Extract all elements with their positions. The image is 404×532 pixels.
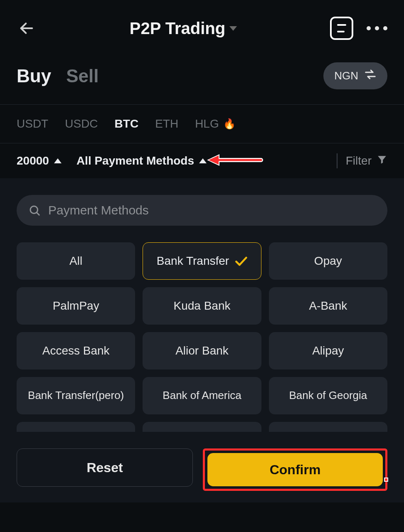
more-button[interactable] <box>367 26 387 30</box>
orders-button[interactable] <box>330 17 353 40</box>
check-icon <box>234 254 247 268</box>
back-button[interactable] <box>17 18 37 38</box>
payment-method-label: All Payment Methods <box>76 154 194 167</box>
search-payment-methods[interactable] <box>17 195 387 226</box>
coin-tab-eth[interactable]: ETH <box>155 117 178 131</box>
annotation-highlight: Confirm <box>203 448 387 491</box>
fire-icon: 🔥 <box>223 118 236 130</box>
reset-button[interactable]: Reset <box>17 448 193 487</box>
payment-method-filter[interactable]: All Payment Methods <box>76 154 207 167</box>
payment-method-option[interactable]: Alipay <box>269 332 387 369</box>
tab-sell[interactable]: Sell <box>66 66 99 86</box>
payment-method-option[interactable]: PalmPay <box>17 287 135 325</box>
divider <box>337 153 337 168</box>
payment-method-option[interactable]: A-Bank <box>269 287 387 325</box>
svg-marker-4 <box>209 155 219 165</box>
search-input[interactable] <box>48 203 376 217</box>
filter-button[interactable]: Filter <box>346 154 387 168</box>
coin-tab-usdt[interactable]: USDT <box>17 117 48 131</box>
payment-method-option[interactable] <box>269 422 387 432</box>
payment-method-option[interactable]: Alior Bank <box>143 332 261 369</box>
coin-tab-btc[interactable]: BTC <box>115 117 139 131</box>
payment-method-option[interactable]: Opay <box>269 242 387 280</box>
payment-method-option[interactable]: Bank Transfer(pero) <box>17 377 135 414</box>
svg-marker-2 <box>207 154 219 166</box>
payment-method-option[interactable]: Kuda Bank <box>143 287 261 325</box>
payment-method-option[interactable]: All <box>17 242 135 280</box>
currency-selector[interactable]: NGN <box>323 62 387 89</box>
coin-tab-usdc[interactable]: USDC <box>65 117 98 131</box>
payment-method-option[interactable]: Bank of Georgia <box>269 377 387 414</box>
currency-label: NGN <box>334 69 358 82</box>
caret-up-icon <box>199 158 207 163</box>
list-icon <box>337 24 346 32</box>
payment-method-option[interactable] <box>143 422 261 432</box>
filter-label: Filter <box>346 154 372 167</box>
dot-icon <box>367 26 371 30</box>
payment-method-option[interactable]: Bank Transfer <box>143 242 261 280</box>
page-title: P2P Trading <box>130 19 225 38</box>
swap-icon <box>364 68 377 84</box>
tab-buy[interactable]: Buy <box>17 66 51 86</box>
dot-icon <box>383 26 387 30</box>
dot-icon <box>375 26 379 30</box>
search-icon <box>28 204 41 217</box>
caret-up-icon <box>54 158 62 163</box>
page-title-dropdown[interactable]: P2P Trading <box>130 19 237 38</box>
funnel-icon <box>377 154 387 168</box>
chevron-down-icon <box>229 26 237 31</box>
payment-method-option[interactable] <box>17 422 135 432</box>
arrow-left-icon <box>18 20 35 37</box>
coin-tab-hlg[interactable]: HLG🔥 <box>195 117 236 131</box>
svg-line-6 <box>37 212 39 215</box>
confirm-button[interactable]: Confirm <box>207 453 383 486</box>
payment-method-option[interactable]: Access Bank <box>17 332 135 369</box>
annotation-marker <box>384 478 388 482</box>
payment-method-option[interactable]: Bank of America <box>143 377 261 414</box>
amount-filter[interactable]: 20000 <box>17 154 62 167</box>
amount-value: 20000 <box>17 154 49 167</box>
annotation-arrow <box>205 151 264 169</box>
